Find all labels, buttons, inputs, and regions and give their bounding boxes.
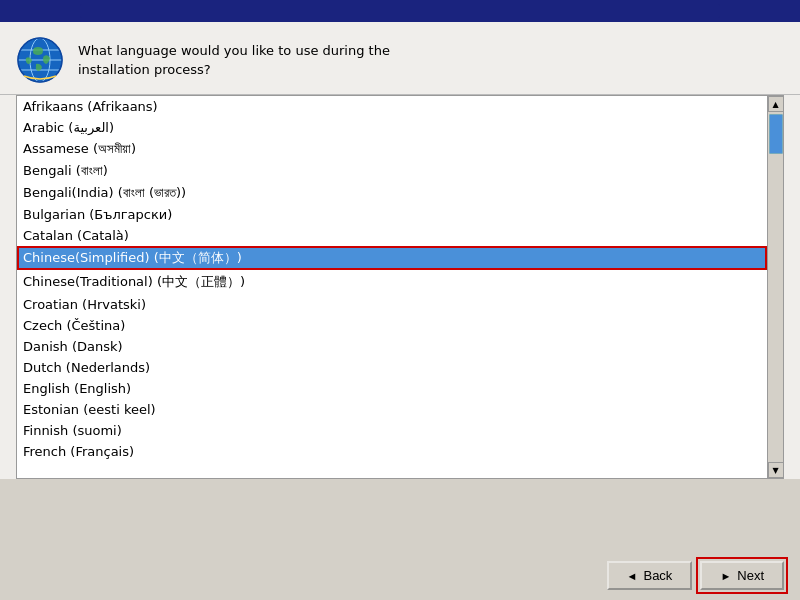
language-item[interactable]: Dutch (Nederlands) <box>17 357 767 378</box>
language-item[interactable]: Afrikaans (Afrikaans) <box>17 96 767 117</box>
language-item[interactable]: Bulgarian (Български) <box>17 204 767 225</box>
scrollbar-up-button[interactable]: ▲ <box>768 96 784 112</box>
header-question: What language would you like to use duri… <box>78 43 390 78</box>
header-section: What language would you like to use duri… <box>0 22 800 95</box>
next-icon: ► <box>720 570 731 582</box>
scrollbar-down-button[interactable]: ▼ <box>768 462 784 478</box>
scrollbar-track: ▲ ▼ <box>767 96 783 478</box>
footer-section: ◄ Back ► Next <box>0 551 800 600</box>
language-item[interactable]: Bengali (বাংলা) <box>17 160 767 182</box>
language-item[interactable]: Estonian (eesti keel) <box>17 399 767 420</box>
language-item[interactable]: Danish (Dansk) <box>17 336 767 357</box>
language-item[interactable]: Arabic (العربية) <box>17 117 767 138</box>
language-item[interactable]: French (Français) <box>17 441 767 462</box>
language-item[interactable]: Catalan (Català) <box>17 225 767 246</box>
next-button[interactable]: ► Next <box>700 561 784 590</box>
globe-icon <box>16 36 64 84</box>
language-item[interactable]: Czech (Čeština) <box>17 315 767 336</box>
back-button[interactable]: ◄ Back <box>607 561 693 590</box>
top-bar <box>0 0 800 22</box>
header-area: What language would you like to use duri… <box>0 22 800 95</box>
language-item[interactable]: English (English) <box>17 378 767 399</box>
back-icon: ◄ <box>627 570 638 582</box>
list-container: Afrikaans (Afrikaans)Arabic (العربية)Ass… <box>16 95 784 479</box>
next-label: Next <box>737 568 764 583</box>
list-area: Afrikaans (Afrikaans)Arabic (العربية)Ass… <box>0 95 800 479</box>
language-item[interactable]: Finnish (suomi) <box>17 420 767 441</box>
language-item[interactable]: Assamese (অসমীয়া) <box>17 138 767 160</box>
language-list[interactable]: Afrikaans (Afrikaans)Arabic (العربية)Ass… <box>17 96 767 478</box>
back-label: Back <box>643 568 672 583</box>
language-item[interactable]: Croatian (Hrvatski) <box>17 294 767 315</box>
language-item[interactable]: Bengali(India) (বাংলা (ভারত)) <box>17 182 767 204</box>
content-wrapper: What language would you like to use duri… <box>0 22 800 600</box>
scrollbar-thumb[interactable] <box>769 114 783 154</box>
header-text: What language would you like to use duri… <box>78 41 390 80</box>
progress-bar-fill <box>80 4 720 18</box>
progress-bar-container <box>80 4 720 18</box>
language-item[interactable]: Chinese(Simplified) (中文（简体）) <box>17 246 767 270</box>
language-item[interactable]: Chinese(Traditional) (中文（正體）) <box>17 270 767 294</box>
